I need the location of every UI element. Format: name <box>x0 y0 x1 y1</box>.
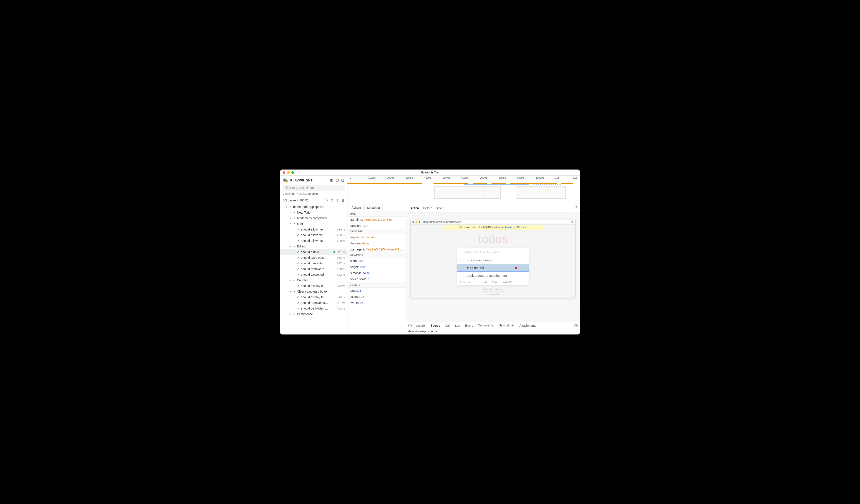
preview-close-dot <box>412 221 414 223</box>
tree-row[interactable]: ✓Clear completed button <box>280 289 347 294</box>
todo-placeholder: What needs to be done? <box>465 250 500 254</box>
svg-rect-1 <box>342 179 344 182</box>
maximize-dot[interactable] <box>291 171 294 174</box>
svg-rect-7 <box>342 199 344 201</box>
svg-point-5 <box>337 200 338 201</box>
tab-action[interactable]: Action <box>408 205 421 212</box>
tab-call[interactable]: Call <box>444 323 451 328</box>
svg-marker-3 <box>326 199 328 202</box>
chevron-down-icon: ⌄ <box>460 251 463 254</box>
todo-item-selected: feed the cat <box>457 264 529 272</box>
popout-icon[interactable] <box>574 206 578 210</box>
actions-value: 25 <box>361 295 364 298</box>
tree-row[interactable]: ✓should allow me t…680ms <box>280 227 347 232</box>
bottom-panel: Locator Source Call Log Errors Console 1… <box>406 322 580 335</box>
panel-layout-icon[interactable] <box>574 324 578 327</box>
timeline-thumb[interactable] <box>467 187 484 198</box>
start-time-value: 08/09/2023, 19:43:02 <box>364 218 392 221</box>
timeline-thumb[interactable] <box>532 187 549 198</box>
tab-console[interactable]: Console 1 <box>477 323 495 328</box>
play-icon[interactable] <box>333 251 336 253</box>
tab-attachments[interactable]: Attachments <box>518 323 537 328</box>
tree-row[interactable]: ✓should display th…499ms <box>280 294 347 300</box>
tree-row[interactable]: ✓should remove co…957ms <box>280 300 347 306</box>
platform-value: darwin <box>362 241 371 245</box>
copy-icon[interactable] <box>341 199 345 202</box>
app-window: Playwright Test 🎭 PLAYWRIGHT Status: al <box>280 169 580 335</box>
tab-actions[interactable]: Actions <box>349 204 364 211</box>
height-value: 720 <box>360 265 364 269</box>
tab-after[interactable]: After <box>434 205 445 212</box>
status-value: all <box>292 192 295 195</box>
projects-value: chromium <box>308 192 320 195</box>
mobile-value: false <box>363 271 370 275</box>
tab-before[interactable]: Before <box>421 205 434 212</box>
tree-row[interactable]: ✓should display th…842ms <box>280 283 347 289</box>
tree-row[interactable]: ✓Item <box>280 221 347 227</box>
section-browser: BROWSER <box>347 229 406 234</box>
tree-row[interactable]: ✓New Todo <box>280 210 347 215</box>
tick-label: 1.2s <box>573 176 577 179</box>
theme-icon[interactable] <box>330 179 333 182</box>
sidebar-toggle-icon[interactable] <box>341 179 345 182</box>
eye-icon[interactable] <box>336 199 339 202</box>
tree-row[interactable]: ✓should save edits…556ms <box>280 255 347 261</box>
file-icon[interactable] <box>338 251 341 253</box>
eye-icon[interactable] <box>342 251 345 253</box>
playwright-logo-icon: 🎭 <box>283 178 288 183</box>
tree-row[interactable]: ✓should be hidden …772ms <box>280 306 347 311</box>
url-bar: https://demo.playwright.dev/todomvc/#/ <box>421 220 569 224</box>
tree-row[interactable]: ✓Counter <box>280 277 347 283</box>
tree-row[interactable]: ✓Editing <box>280 243 347 249</box>
status-label: Status: <box>283 192 291 195</box>
close-dot[interactable] <box>283 171 285 174</box>
tab-locator[interactable]: Locator <box>415 323 427 328</box>
tick-label: 500ms <box>443 176 450 179</box>
tick-label: 800ms <box>499 176 506 179</box>
minimize-dot[interactable] <box>287 171 290 174</box>
user-agent-value: Mozilla/5.0 (Windows NT … <box>366 248 403 251</box>
timeline-thumb[interactable] <box>548 187 565 198</box>
preview-pane: Action Before After http <box>406 204 580 322</box>
duration-value: 1.2s <box>362 224 368 227</box>
stop-icon[interactable] <box>330 199 334 202</box>
play-icon[interactable] <box>325 199 328 202</box>
section-counts: COUNTS <box>347 282 406 287</box>
tree-row[interactable]: ✓should allow me t…628ms <box>280 238 347 243</box>
timeline-thumb[interactable] <box>483 187 501 198</box>
tree-row[interactable]: ✓should cancel edi…532ms <box>280 272 347 277</box>
tick-label: 0 <box>350 176 351 179</box>
tab-source[interactable]: Source <box>430 323 441 328</box>
tab-network[interactable]: Network 6 <box>498 323 515 328</box>
todos-logo: todos <box>411 232 575 246</box>
svg-marker-8 <box>334 251 335 253</box>
tick-label: 100ms <box>368 176 375 179</box>
timeline-thumb[interactable] <box>516 187 533 198</box>
tree-row[interactable]: ✓Persistence <box>280 311 347 317</box>
tree-row[interactable]: ✓should remove th…968ms <box>280 266 347 272</box>
timeline-thumb[interactable] <box>434 187 452 198</box>
tick-label: 1.1s <box>554 176 559 179</box>
tree-row[interactable]: ✓demo-todo-app.spec.ts <box>280 204 347 210</box>
filter-input[interactable] <box>283 185 345 191</box>
timeline[interactable]: 0100ms200ms300ms400ms500ms600ms700ms800m… <box>347 176 580 204</box>
device-scale-value: 1 <box>368 277 370 281</box>
todo-item: buy some cheese <box>457 256 529 264</box>
reload-icon[interactable] <box>335 179 339 182</box>
tab-errors[interactable]: Errors <box>464 323 474 328</box>
tree-row[interactable]: ✓should trim enter…617ms <box>280 261 347 266</box>
tree-row[interactable]: ✓should hide o… <box>280 249 347 255</box>
summary-text: 5/5 passed (100%) <box>283 198 308 202</box>
timeline-thumb[interactable] <box>450 187 468 198</box>
tab-metadata[interactable]: Metadata <box>364 204 383 211</box>
sidebar: 🎭 PLAYWRIGHT Status: all Projects: chrom… <box>280 176 347 335</box>
metadata-pane: Actions Metadata TIME start time:08/09/2… <box>347 204 406 335</box>
section-viewport: VIEWPORT <box>347 252 406 258</box>
tree-row[interactable]: ✓Mark all as completed <box>280 215 347 221</box>
tree-row[interactable]: ✓should allow me t…956ms <box>280 232 347 238</box>
test-tree[interactable]: ✓demo-todo-app.spec.ts✓New Todo✓Mark all… <box>280 204 347 335</box>
target-icon[interactable] <box>408 324 412 327</box>
console-badge: 1 <box>490 324 494 327</box>
svg-rect-6 <box>342 200 344 202</box>
tab-log[interactable]: Log <box>454 323 461 328</box>
